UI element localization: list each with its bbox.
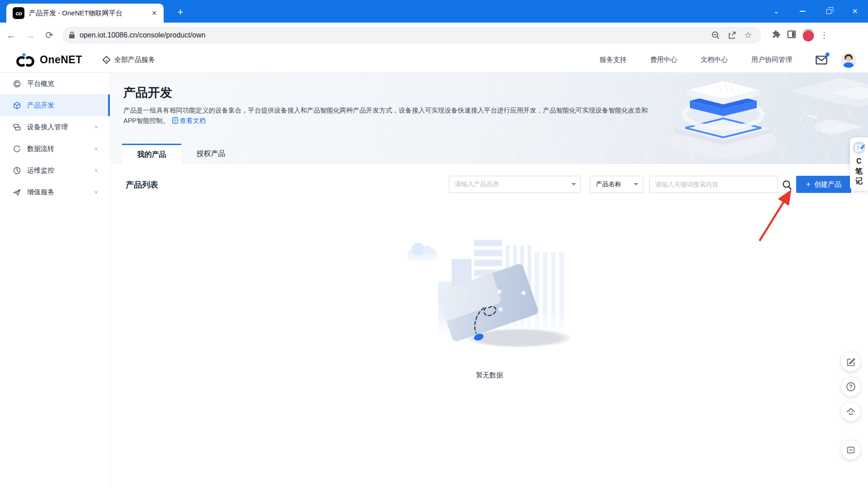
page-description: 产品是一组具有相同功能定义的设备集合，平台提供设备接入和产品智能化两种产品开发方… <box>123 105 652 126</box>
note-widget[interactable]: C 笔 记 <box>850 137 868 191</box>
new-tab-button[interactable]: + <box>174 5 187 19</box>
forward-icon[interactable]: → <box>23 28 38 43</box>
all-products-menu[interactable]: 全部产品服务 <box>102 56 155 64</box>
main-area: 产品开发 产品是一组具有相同功能定义的设备集合，平台提供设备接入和产品智能化两种… <box>111 73 868 488</box>
cloud-shape <box>407 249 437 261</box>
chevron-down-icon: ∨ <box>94 124 98 129</box>
name-filter-select[interactable]: 产品名称 <box>590 176 643 193</box>
onenet-logo[interactable]: OneNET <box>14 52 82 68</box>
minimize-panel-icon <box>846 445 856 455</box>
header-link-collab[interactable]: 用户协同管理 <box>751 56 792 64</box>
header-link-docs[interactable]: 文档中心 <box>701 56 728 64</box>
tab-search-icon[interactable]: ⌄ <box>763 0 789 23</box>
notification-badge <box>826 52 830 56</box>
tab-my-products[interactable]: 我的产品 <box>122 144 181 164</box>
note-icon <box>852 141 866 155</box>
back-icon[interactable]: ← <box>4 28 19 43</box>
chevron-down-icon: ∨ <box>94 168 98 173</box>
filter-row: 产品列表 请输入产品品类 产品名称 + 创建产品 <box>111 176 868 193</box>
empty-state: 暂无数据 <box>111 236 868 380</box>
edit-icon <box>846 357 856 367</box>
mail-icon <box>816 55 827 65</box>
help-button[interactable]: ? <box>841 377 860 396</box>
zoom-out-icon[interactable] <box>709 28 722 42</box>
chevron-down-icon: ∨ <box>94 189 98 194</box>
view-docs-label: 查看文档 <box>180 117 206 124</box>
minimize-button[interactable] <box>789 0 816 23</box>
svg-text:?: ? <box>849 384 852 390</box>
note-letter: 记 <box>850 176 868 186</box>
sidebar-item-label: 运维监控 <box>27 166 54 175</box>
reload-icon[interactable]: ⟳ <box>42 28 57 43</box>
browser-toolbar: ← → ⟳ open.iot.10086.cn/console/product/… <box>0 23 868 47</box>
sidebar-item-label: 设备接入管理 <box>27 123 68 131</box>
all-products-label: 全部产品服务 <box>114 56 155 64</box>
list-title: 产品列表 <box>126 179 158 190</box>
bookmark-star-icon[interactable]: ☆ <box>741 28 755 42</box>
keyword-search-input[interactable] <box>649 176 778 193</box>
question-icon: ? <box>845 381 856 392</box>
diamond-icon <box>102 56 111 64</box>
sidebar: 平台概览 产品开发 设备接入管理 ∨ 数据流转 ∨ 运维监控 ∨ 增值服务 ∨ <box>0 73 110 488</box>
mail-button[interactable] <box>816 55 827 65</box>
tab-title: 产品开发 - OneNET物联网平台 <box>29 9 149 18</box>
caret-down-icon <box>634 183 638 186</box>
address-bar[interactable]: open.iot.10086.cn/console/product/own ☆ <box>62 27 761 44</box>
search-icon <box>782 179 793 190</box>
side-panel-icon[interactable] <box>787 29 797 41</box>
sidebar-item-label: 增值服务 <box>27 188 54 197</box>
sidebar-item-label: 数据流转 <box>27 145 54 153</box>
sidebar-item-label: 产品开发 <box>27 101 54 110</box>
extensions-puzzle-icon[interactable] <box>771 29 781 41</box>
chevron-down-icon: ∨ <box>94 146 98 151</box>
user-avatar[interactable] <box>841 52 856 68</box>
profile-avatar-icon[interactable] <box>802 29 815 42</box>
note-letter: 笔 <box>850 166 868 176</box>
lock-icon <box>69 31 75 39</box>
device-access-icon <box>13 123 21 131</box>
sidebar-item-dataflow[interactable]: 数据流转 ∨ <box>0 138 110 160</box>
header-link-billing[interactable]: 费用中心 <box>650 56 677 64</box>
page-banner: 产品开发 产品是一组具有相同功能定义的设备集合，平台提供设备接入和产品智能化两种… <box>111 73 868 164</box>
dataflow-icon <box>13 145 21 153</box>
browser-titlebar: co 产品开发 - OneNET物联网平台 ✕ + ⌄ ✕ <box>0 0 868 23</box>
cable-squiggle <box>453 295 508 349</box>
product-tabs: 我的产品 授权产品 <box>122 144 241 164</box>
note-letter: C <box>850 156 868 166</box>
content-panel: 产品列表 请输入产品品类 产品名称 + 创建产品 <box>111 164 868 488</box>
window-controls: ⌄ ✕ <box>763 0 868 23</box>
browser-tab[interactable]: co 产品开发 - OneNET物联网平台 ✕ <box>6 4 164 23</box>
caret-down-icon <box>571 183 576 186</box>
view-docs-link[interactable]: 查看文档 <box>170 117 206 124</box>
banner-3d-illustration <box>651 73 868 164</box>
sidebar-item-monitoring[interactable]: 运维监控 ∨ <box>0 160 110 181</box>
create-product-button[interactable]: + 创建产品 <box>796 176 851 193</box>
collapse-panel-button[interactable] <box>841 441 860 460</box>
search-button[interactable] <box>779 177 795 192</box>
browser-menu-icon[interactable]: ⋮ <box>820 30 827 40</box>
share-icon[interactable] <box>725 28 739 42</box>
product-cube-icon <box>13 101 21 110</box>
sidebar-item-value-added[interactable]: 增值服务 ∨ <box>0 181 110 203</box>
logo-text: OneNET <box>40 54 82 66</box>
feedback-button[interactable] <box>841 352 860 371</box>
service-button[interactable] <box>841 402 860 421</box>
sidebar-item-product-dev[interactable]: 产品开发 <box>0 94 110 116</box>
close-window-button[interactable]: ✕ <box>842 0 868 23</box>
url-text[interactable]: open.iot.10086.cn/console/product/own <box>80 31 706 39</box>
tab-authorized-products[interactable]: 授权产品 <box>181 144 241 164</box>
paper-plane-icon <box>13 188 21 197</box>
document-icon <box>172 117 178 124</box>
sidebar-item-device-access[interactable]: 设备接入管理 ∨ <box>0 116 110 138</box>
tab-close-icon[interactable]: ✕ <box>149 8 159 18</box>
header-link-support[interactable]: 服务支持 <box>599 56 627 64</box>
category-select[interactable]: 请输入产品品类 <box>449 176 581 193</box>
overview-icon <box>13 80 21 88</box>
onenet-favicon-icon: co <box>13 7 24 19</box>
category-placeholder: 请输入产品品类 <box>455 180 568 188</box>
restore-button[interactable] <box>816 0 842 23</box>
sidebar-item-label: 平台概览 <box>27 80 54 88</box>
empty-text: 暂无数据 <box>111 371 868 380</box>
name-filter-value: 产品名称 <box>596 180 630 188</box>
sidebar-item-overview[interactable]: 平台概览 <box>0 73 110 94</box>
